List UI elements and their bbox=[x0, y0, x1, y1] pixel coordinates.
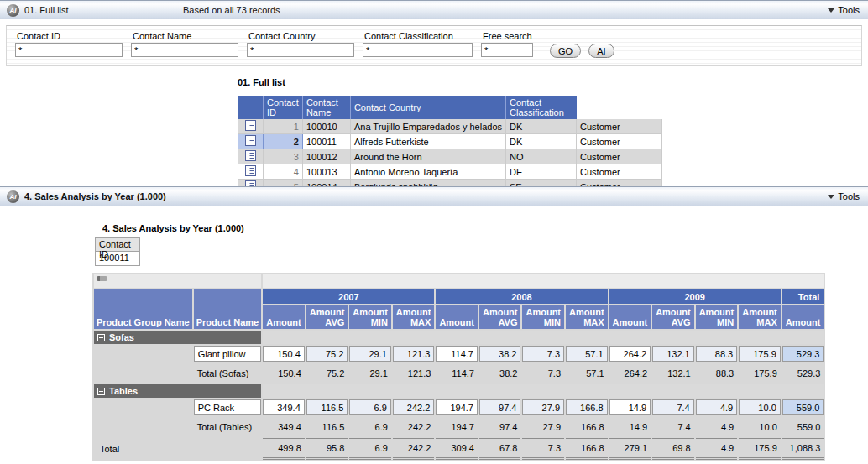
search-field-free-search: Free search bbox=[481, 31, 533, 57]
list-icon bbox=[245, 120, 256, 131]
column-header-contact-country[interactable]: Contact Country bbox=[350, 96, 505, 119]
table-row[interactable]: 1100010Ana Trujillo Emparedados y helado… bbox=[238, 119, 662, 134]
pivot-subheader-2008-amount-avg: AmountAVG bbox=[479, 305, 521, 329]
pivot-top-strip bbox=[94, 274, 824, 288]
filter-value[interactable]: 100011 bbox=[95, 252, 140, 266]
list-table-block: 01. Full list Contact IDContact NameCont… bbox=[238, 77, 662, 186]
group-total-label: Total (Tables) bbox=[194, 417, 262, 436]
group-total-value: 529.3 bbox=[782, 363, 824, 383]
list-table-title: 01. Full list bbox=[238, 77, 662, 87]
product-name-cell: PC Rack bbox=[194, 399, 262, 415]
pivot-value-cell: 166.8 bbox=[566, 399, 608, 415]
cell-contact-classification: Customer bbox=[577, 164, 662, 180]
contact-id-filter: Contact ID 100011 bbox=[95, 237, 140, 266]
chevron-down-icon bbox=[828, 8, 834, 13]
cell-contact-country: DK bbox=[506, 134, 577, 149]
cell-contact-classification: Customer bbox=[577, 119, 662, 134]
contact-id-label: Contact ID bbox=[17, 31, 123, 41]
contacts-table: Contact IDContact NameContact CountryCon… bbox=[238, 96, 662, 186]
pivot-empty-dim-cell bbox=[94, 399, 192, 415]
pivot-group-row-spacer bbox=[263, 331, 824, 344]
group-total-value: 114.7 bbox=[436, 363, 478, 383]
row-detail-button[interactable] bbox=[238, 134, 264, 149]
column-header-contact-name[interactable]: Contact Name bbox=[302, 96, 350, 119]
collapse-all-button[interactable] bbox=[94, 274, 261, 288]
pivot-value-cell: 559.0 bbox=[782, 399, 824, 415]
pivot-value-cell: 242.2 bbox=[393, 399, 435, 415]
tools-menu[interactable]: Tools bbox=[828, 5, 860, 15]
group-total-value: 88.3 bbox=[696, 363, 738, 383]
pivot-product-row: PC Rack349.4116.56.9242.2194.797.427.916… bbox=[94, 399, 824, 415]
grand-total-value: 95.8 bbox=[306, 438, 348, 460]
pivot-table-block: Product Group NameProduct Name2007200820… bbox=[92, 273, 825, 461]
app-logo-icon: AI bbox=[7, 190, 19, 203]
pivot-value-cell: 7.3 bbox=[522, 346, 564, 362]
pivot-total-header: Total bbox=[782, 289, 824, 304]
panel-title: 01. Full list bbox=[24, 5, 69, 15]
contact-country-input[interactable] bbox=[247, 43, 354, 57]
pivot-value-cell: 529.3 bbox=[782, 346, 824, 362]
go-button[interactable]: GO bbox=[550, 44, 581, 58]
sales-pivot-table: Product Group NameProduct Name2007200820… bbox=[92, 273, 825, 461]
group-collapse-button-tables[interactable]: Tables bbox=[94, 384, 261, 398]
pivot-value-cell: 132.1 bbox=[652, 346, 694, 362]
group-total-value: 10.0 bbox=[739, 417, 781, 436]
column-header-blank[interactable] bbox=[238, 96, 264, 119]
cell-contact-name: Alfreds Futterkiste bbox=[350, 134, 505, 149]
pivot-value-cell: 114.7 bbox=[436, 346, 478, 362]
group-total-value: 150.4 bbox=[263, 363, 305, 383]
group-total-value: 7.3 bbox=[522, 363, 564, 383]
search-field-contact-name: Contact Name bbox=[131, 31, 238, 57]
table-row[interactable]: 4100013Antonio Moreno TaqueríaDECustomer bbox=[238, 164, 662, 180]
app-logo-icon: AI bbox=[7, 4, 19, 17]
pivot-empty-dim-cell bbox=[194, 438, 262, 460]
panel-header: AI 4. Sales Analysis by Year (1.000) Too… bbox=[0, 186, 868, 206]
cell-contact-classification: Customer bbox=[577, 134, 662, 149]
pivot-subheader-2007-amount-avg: AmountAVG bbox=[306, 305, 348, 329]
tools-menu-label: Tools bbox=[838, 5, 860, 15]
group-total-value: 242.2 bbox=[393, 417, 435, 436]
contact-name-input[interactable] bbox=[131, 43, 238, 57]
group-name: Tables bbox=[109, 386, 138, 396]
pivot-subheader-2008-amount-max: AmountMAX bbox=[566, 305, 608, 329]
ai-button[interactable]: AI bbox=[588, 44, 614, 58]
pivot-subheader-2009-amount: Amount bbox=[609, 305, 651, 329]
collapse-group-icon bbox=[97, 334, 105, 341]
pivot-value-cell: 116.5 bbox=[306, 399, 348, 415]
column-header-contact-id[interactable]: Contact ID bbox=[264, 96, 303, 119]
pivot-year-header-row: Product Group NameProduct Name2007200820… bbox=[94, 289, 824, 304]
pivot-value-cell: 10.0 bbox=[739, 399, 781, 415]
row-detail-button[interactable] bbox=[238, 180, 264, 187]
pivot-subheader-2009-amount-avg: AmountAVG bbox=[652, 305, 694, 329]
cell-contact-name: Ana Trujillo Emparedados y helados bbox=[350, 119, 505, 134]
row-detail-button[interactable] bbox=[238, 149, 264, 164]
group-total-value: 38.2 bbox=[479, 363, 521, 383]
contact-classification-input[interactable] bbox=[363, 43, 473, 57]
group-total-value: 194.7 bbox=[436, 417, 478, 436]
cell-contact-classification: Customer bbox=[577, 149, 662, 164]
free-search-input[interactable] bbox=[481, 43, 533, 57]
list-icon bbox=[245, 135, 256, 146]
table-row[interactable]: 3100012Around the HornNOCustomer bbox=[238, 149, 662, 164]
row-detail-button[interactable] bbox=[238, 164, 264, 180]
pivot-group-row-spacer bbox=[263, 384, 824, 398]
table-row[interactable]: 2100011Alfreds FutterkisteDKCustomer bbox=[238, 134, 662, 149]
group-total-value: 97.4 bbox=[479, 417, 521, 436]
group-total-value: 121.3 bbox=[393, 363, 435, 383]
pivot-empty-dim-cell bbox=[94, 363, 192, 383]
pivot-value-cell: 150.4 bbox=[263, 346, 305, 362]
pivot-empty-dim-cell bbox=[94, 417, 192, 436]
pivot-subheader-2007-amount-min: AmountMIN bbox=[349, 305, 391, 329]
full-list-panel: AI 01. Full list Based on all 73 records… bbox=[0, 0, 868, 186]
row-detail-button[interactable] bbox=[238, 119, 264, 134]
pivot-value-cell: 175.9 bbox=[739, 346, 781, 362]
column-header-contact-classification[interactable]: Contact Classification bbox=[506, 96, 577, 119]
cell-contact-id: 100014 bbox=[302, 180, 350, 187]
table-row[interactable]: 5100014Berglunds snabbköpSECustomer bbox=[238, 180, 662, 187]
grand-total-value: 242.2 bbox=[393, 438, 435, 460]
search-bar: Contact IDContact NameContact CountryCon… bbox=[6, 25, 862, 66]
group-collapse-button-sofas[interactable]: Sofas bbox=[94, 331, 261, 344]
contact-id-input[interactable] bbox=[15, 43, 123, 57]
grand-total-value: 4.9 bbox=[696, 438, 738, 460]
tools-menu[interactable]: Tools bbox=[828, 191, 860, 201]
